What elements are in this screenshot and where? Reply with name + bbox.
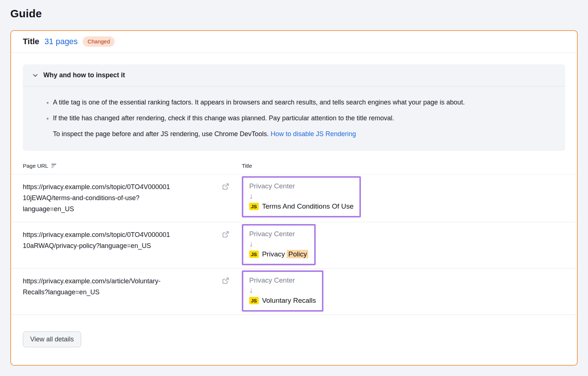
inspect-bullet-text: If the title has changed after rendering… (53, 114, 394, 122)
title-change-box: Privacy Center↓JSTerms And Conditions Of… (242, 176, 361, 217)
title-cell: Privacy Center↓JSVoluntary Recalls (242, 269, 323, 315)
page-url: https://privacy.example.com/s/topic/0TO4… (23, 181, 218, 214)
external-link-icon[interactable] (222, 231, 229, 238)
sort-icon (51, 164, 57, 168)
inspect-panel-body: A title tag is one of the essential rank… (23, 86, 565, 151)
down-arrow-icon: ↓ (249, 239, 308, 248)
page-url-cell: https://privacy.example.com/s/article/Vo… (23, 269, 242, 315)
page-url-cell: https://privacy.example.com/s/topic/0TO4… (23, 174, 242, 222)
title-change-box: Privacy Center↓JSPrivacy Policy (242, 224, 316, 265)
issue-title: Title (23, 37, 39, 46)
title-change-box: Privacy Center↓JSVoluntary Recalls (242, 270, 323, 312)
page-title: Guide (10, 7, 578, 20)
inspect-panel: Why and how to inspect it A title tag is… (23, 64, 565, 151)
page-url-cell: https://privacy.example.com/s/topic/0TO4… (23, 222, 242, 268)
inspect-bullet-list: A title tag is one of the essential rank… (32, 97, 556, 140)
inspect-bullet: A title tag is one of the essential rank… (53, 97, 527, 108)
title-after-text: Privacy Policy (262, 249, 308, 259)
title-diff-highlight: Policy (287, 250, 308, 258)
title-cell: Privacy Center↓JSTerms And Conditions Of… (242, 174, 361, 222)
table-row: https://privacy.example.com/s/topic/0TO4… (11, 222, 577, 268)
external-link-icon[interactable] (222, 183, 229, 190)
inspect-note: To inspect the page before and after JS … (53, 128, 527, 140)
inspect-note-text: To inspect the page before and after JS … (53, 130, 270, 138)
chevron-down-icon (32, 72, 38, 78)
js-badge: JS (249, 203, 259, 210)
js-badge: JS (249, 251, 259, 258)
view-all-details-button[interactable]: View all details (23, 331, 81, 347)
title-after: JSPrivacy Policy (249, 249, 308, 259)
title-issue-card: Title 31 pages Changed Why and how to in… (10, 30, 578, 366)
page-url-column-label: Page URL (23, 163, 48, 169)
table-row: https://privacy.example.com/s/article/Vo… (11, 268, 577, 315)
table-rows: https://privacy.example.com/s/topic/0TO4… (11, 174, 577, 315)
status-badge: Changed (83, 36, 115, 47)
title-after-text: Terms And Conditions Of Use (262, 201, 354, 212)
inspect-panel-toggle[interactable]: Why and how to inspect it (23, 64, 565, 86)
external-link-icon[interactable] (222, 277, 229, 284)
column-header-page-url[interactable]: Page URL (23, 163, 242, 169)
title-after: JSTerms And Conditions Of Use (249, 201, 354, 212)
title-after: JSVoluntary Recalls (249, 295, 316, 306)
inspect-bullet: If the title has changed after rendering… (53, 113, 527, 140)
column-header-title: Title (242, 163, 252, 169)
title-cell: Privacy Center↓JSPrivacy Policy (242, 222, 316, 268)
title-before: Privacy Center (249, 229, 308, 239)
card-header: Title 31 pages Changed (11, 31, 577, 53)
title-before: Privacy Center (249, 275, 316, 285)
inspect-panel-title: Why and how to inspect it (43, 71, 125, 79)
table-header-row: Page URL Title (11, 157, 577, 174)
js-badge: JS (249, 297, 259, 304)
down-arrow-icon: ↓ (249, 191, 354, 201)
title-after-text: Voluntary Recalls (262, 295, 316, 306)
page-url: https://privacy.example.com/s/article/Vo… (23, 276, 218, 298)
table-row: https://privacy.example.com/s/topic/0TO4… (11, 174, 577, 222)
title-before: Privacy Center (249, 181, 354, 191)
page-url: https://privacy.example.com/s/topic/0TO4… (23, 229, 218, 251)
down-arrow-icon: ↓ (249, 285, 316, 295)
disable-js-rendering-link[interactable]: How to disable JS Rendering (270, 130, 356, 138)
card-footer: View all details (11, 319, 577, 365)
pages-count-link[interactable]: 31 pages (44, 37, 78, 46)
